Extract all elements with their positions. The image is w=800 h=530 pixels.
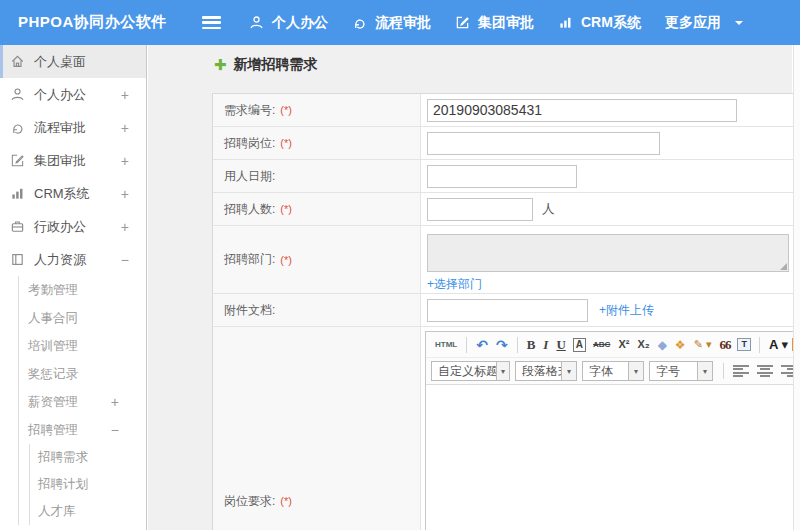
form-row-position: 招聘岗位: (*) [213,127,800,160]
editor-italic-button[interactable]: I [539,338,552,351]
editor-source-code-button[interactable]: HTML [431,341,461,349]
editor-toolbar-row2: 自定义标题 ▾ 段落格式 ▾ 字体 ▾ [426,358,800,385]
chevron-down-icon: ▾ [697,362,712,380]
form-row-attachment: 附件文档: +附件上传 [213,294,800,327]
page-title: 新增招聘需求 [234,56,318,74]
sidebar-item-attendance[interactable]: 考勤管理 [19,276,146,304]
field-label: 岗位要求: [224,493,275,510]
sidebar-item-label: 流程审批 [34,119,86,137]
sidebar-item-salary[interactable]: 薪资管理 + [19,388,146,416]
sidebar-item-recruit-plan[interactable]: 招聘计划 [30,471,146,498]
editor-format-brush-button[interactable]: ❖ [671,339,690,351]
editor-strikethrough-button[interactable]: ABC [589,341,614,349]
select-department-link[interactable]: +选择部门 [427,276,482,293]
sidebar-item-label: 招聘需求 [38,449,88,466]
chevron-down-icon: ▾ [496,362,509,380]
sidebar-item-personal-desktop[interactable]: 个人桌面 [0,45,146,78]
editor-redo-button[interactable]: ↷ [492,338,512,352]
nav-more-apps[interactable]: 更多应用 [653,0,755,45]
field-label: 用人日期: [224,168,275,185]
sidebar-item-training[interactable]: 培训管理 [19,332,146,360]
sidebar-item-group-approval[interactable]: 集团审批 + [0,144,146,177]
hire-date-input[interactable] [427,165,577,188]
resize-handle-icon[interactable] [780,263,787,270]
nav-personal-office[interactable]: 个人办公 [237,0,340,45]
expand-icon[interactable]: + [121,121,129,135]
editor-underline-button[interactable]: U [552,338,569,351]
font-family-select[interactable]: 字体 ▾ [582,361,644,381]
position-input[interactable] [427,132,660,155]
editor-undo-button[interactable]: ↶ [472,338,492,352]
bar-chart-icon [558,15,573,30]
vertical-scrollbar[interactable] [793,45,800,530]
app-logo: PHPOA协同办公软件 [0,13,156,32]
nav-group-approval[interactable]: 集团审批 [443,0,546,45]
expand-icon[interactable]: + [111,395,119,409]
sidebar-item-hr-contract[interactable]: 人事合同 [19,304,146,332]
editor-font-color-button[interactable]: A ▾ [765,338,792,351]
required-mark: (*) [280,495,292,507]
custom-heading-select[interactable]: 自定义标题 ▾ [431,361,510,381]
department-textarea[interactable] [427,234,789,272]
expand-icon[interactable]: + [121,154,129,168]
sidebar-item-label: 人力资源 [34,251,86,269]
required-mark: (*) [280,104,292,116]
nav-label: 流程审批 [375,14,431,32]
expand-icon[interactable]: + [121,88,129,102]
home-icon [10,54,25,69]
person-icon [10,87,25,102]
add-icon: ✚ [214,56,227,74]
sidebar-item-recruit-mgmt[interactable]: 招聘管理 − [19,416,146,444]
editor-content-area[interactable] [426,385,800,530]
attachment-input[interactable] [427,299,588,322]
demand-no-input[interactable] [427,99,737,122]
upload-attachment-link[interactable]: +附件上传 [599,302,654,319]
sidebar-item-crm[interactable]: CRM系统 + [0,177,146,210]
nav-flow-approval[interactable]: 流程审批 [340,0,443,45]
editor-subscript-button[interactable]: X₂ [633,339,653,350]
bar-chart-icon [10,186,25,201]
editor-remove-format-button[interactable]: ◆ [654,339,671,351]
sidebar-item-admin-office[interactable]: 行政办公 + [0,210,146,243]
sidebar-item-flow-approval[interactable]: 流程审批 + [0,111,146,144]
align-center-icon[interactable] [757,365,773,378]
paragraph-format-select[interactable]: 段落格式 ▾ [515,361,577,381]
sidebar-item-talent-pool[interactable]: 人才库 [30,498,146,525]
editor-bold-button[interactable]: B [523,338,540,351]
editor-superscript-button[interactable]: X² [614,339,633,350]
sidebar-item-label: 奖惩记录 [28,366,78,383]
nav-crm-system[interactable]: CRM系统 [546,0,653,45]
font-size-select[interactable]: 字号 ▾ [649,361,713,381]
expand-icon[interactable]: + [121,187,129,201]
sidebar-item-label: 个人桌面 [34,53,86,71]
form-row-demand-no: 需求编号: (*) [213,94,800,127]
editor-char-border-button[interactable]: A [573,338,586,352]
required-mark: (*) [280,203,292,215]
edit-approval-icon [455,15,470,30]
sidebar-item-recruit-demand[interactable]: 招聘需求 [30,444,146,471]
app-window: PHPOA协同办公软件 个人办公 流程审批 集团审批 CRM系统 更多应用 [0,0,800,530]
sidebar-item-label: 人事合同 [28,310,78,327]
field-label: 附件文档: [224,302,275,319]
editor-blockquote-button[interactable]: 66 [715,338,734,351]
toolbar-separator [759,337,760,353]
align-left-icon[interactable] [733,365,749,378]
sidebar-item-personal-office[interactable]: 个人办公 + [0,78,146,111]
edit-approval-icon [10,153,25,168]
menu-toggle-icon[interactable] [202,16,221,29]
flow-approval-icon [352,15,367,30]
nav-label: 个人办公 [272,14,328,32]
collapse-icon[interactable]: − [121,253,129,267]
rich-text-editor: HTML ↶ ↷ B I U A ABC X² X₂ ◆ [425,331,800,530]
sidebar-item-rewards[interactable]: 奖惩记录 [19,360,146,388]
editor-paste-plain-button[interactable]: T [737,338,751,351]
headcount-input[interactable] [427,198,533,221]
required-mark: (*) [280,137,292,149]
collapse-icon[interactable]: − [111,423,119,437]
expand-icon[interactable]: + [121,220,129,234]
main-content: ✚ 新增招聘需求 需求编号: (*) 招聘岗位: (*) [148,45,800,530]
flow-approval-icon [10,120,25,135]
sidebar-item-hr[interactable]: 人力资源 − [0,243,146,276]
editor-scrawl-button[interactable]: ✎ ▾ [690,339,716,350]
form-row-department: 招聘部门: (*) +选择部门 [213,226,800,294]
